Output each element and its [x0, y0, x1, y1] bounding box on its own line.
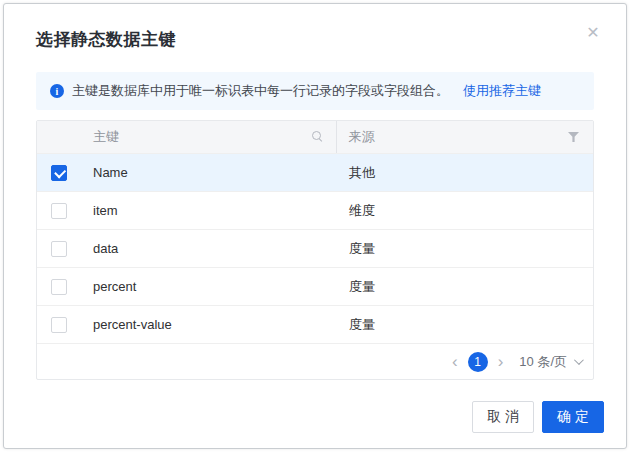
- column-header-source: 来源: [337, 121, 594, 153]
- row-checkbox[interactable]: [51, 203, 67, 219]
- primary-key-table: 主键 来源 Name 其他 item 维度 data: [36, 120, 594, 380]
- dialog-header: 选择静态数据主键: [4, 4, 626, 51]
- row-source-cell: 度量: [337, 278, 593, 296]
- cancel-button[interactable]: 取 消: [472, 401, 534, 433]
- row-source-cell: 其他: [337, 164, 593, 182]
- row-checkbox[interactable]: [51, 241, 67, 257]
- table-row[interactable]: Name 其他: [37, 153, 593, 191]
- row-checkbox[interactable]: [51, 165, 67, 181]
- table-row[interactable]: data 度量: [37, 229, 593, 267]
- pagination-page-1[interactable]: 1: [468, 352, 488, 372]
- close-icon[interactable]: ✕: [582, 22, 604, 44]
- row-source-cell: 度量: [337, 316, 593, 334]
- filter-icon[interactable]: [568, 132, 579, 142]
- pagination-prev-icon[interactable]: ‹: [450, 353, 460, 370]
- row-key-cell: Name: [81, 165, 337, 180]
- column-header-key-label: 主键: [93, 128, 119, 146]
- column-header-key: 主键: [81, 121, 337, 153]
- table-row[interactable]: percent-value 度量: [37, 305, 593, 343]
- info-icon: i: [50, 84, 64, 98]
- info-banner: i 主键是数据库中用于唯一标识表中每一行记录的字段或字段组合。 使用推荐主键: [36, 72, 594, 110]
- pagination-next-icon[interactable]: ›: [496, 353, 506, 370]
- dialog-footer: 取 消 确 定: [4, 401, 626, 448]
- row-source-cell: 度量: [337, 240, 593, 258]
- page-size-label: 10 条/页: [519, 353, 567, 371]
- row-source-cell: 维度: [337, 202, 593, 220]
- table-row[interactable]: percent 度量: [37, 267, 593, 305]
- table-row[interactable]: item 维度: [37, 191, 593, 229]
- chevron-down-icon: [574, 355, 584, 365]
- dialog-title: 选择静态数据主键: [36, 28, 594, 51]
- screen: ✕ 选择静态数据主键 i 主键是数据库中用于唯一标识表中每一行记录的字段或字段组…: [0, 0, 630, 452]
- column-header-source-label: 来源: [349, 128, 375, 146]
- search-icon[interactable]: [312, 131, 324, 143]
- row-checkbox[interactable]: [51, 279, 67, 295]
- use-recommended-key-link[interactable]: 使用推荐主键: [463, 82, 541, 100]
- table-header: 主键 来源: [37, 121, 593, 153]
- row-checkbox[interactable]: [51, 317, 67, 333]
- row-key-cell: item: [81, 203, 337, 218]
- pagination: ‹ 1 › 10 条/页: [37, 343, 593, 379]
- header-checkbox-column: [37, 121, 81, 153]
- row-key-cell: data: [81, 241, 337, 256]
- select-primary-key-dialog: ✕ 选择静态数据主键 i 主键是数据库中用于唯一标识表中每一行记录的字段或字段组…: [3, 3, 627, 449]
- row-key-cell: percent: [81, 279, 337, 294]
- row-key-cell: percent-value: [81, 317, 337, 332]
- info-banner-text: 主键是数据库中用于唯一标识表中每一行记录的字段或字段组合。: [72, 82, 449, 100]
- confirm-button[interactable]: 确 定: [542, 401, 604, 433]
- page-size-select[interactable]: 10 条/页: [519, 353, 581, 371]
